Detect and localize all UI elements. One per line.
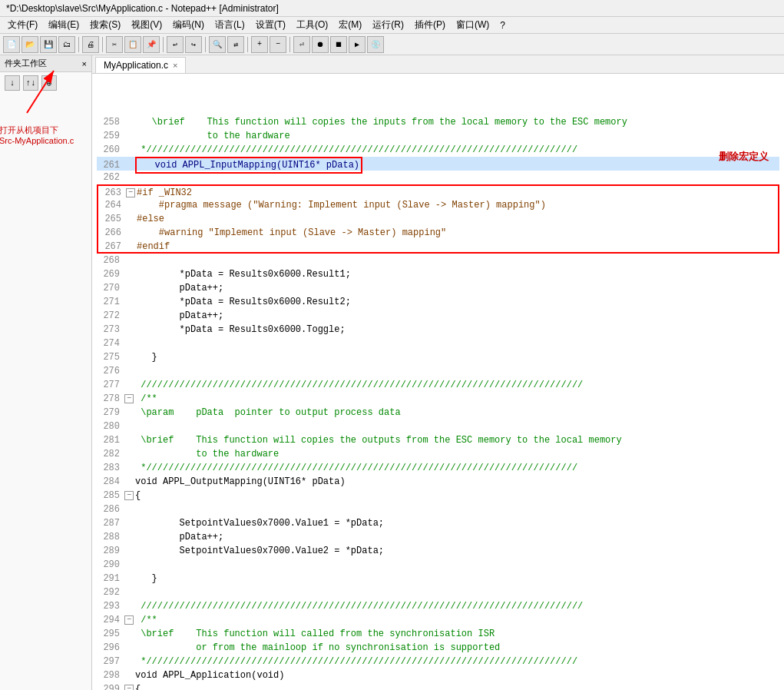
code-line-279: 279 \param pData pointer to output proce… [97, 406, 779, 420]
file-tab[interactable]: MyApplication.c × [95, 57, 186, 73]
line-number: 274 [97, 337, 124, 350]
menu-plugins[interactable]: 插件(P) [410, 17, 450, 33]
menu-view[interactable]: 视图(V) [127, 17, 167, 33]
code-text: void APPL_Application(void) [135, 670, 284, 681]
code-text: #pragma message ("Warning: Implement inp… [137, 200, 546, 211]
code-text: /** [135, 393, 157, 404]
code-text: { [135, 684, 141, 690]
menu-tools[interactable]: 工具(O) [292, 17, 332, 33]
menu-file[interactable]: 文件(F) [3, 17, 42, 33]
line-number: 273 [97, 323, 124, 337]
line-number: 269 [97, 267, 124, 281]
menu-run[interactable]: 运行(R) [368, 17, 409, 33]
title-bar: *D:\Desktop\slave\Src\MyApplication.c - … [0, 0, 784, 17]
code-line-292: 292 [97, 586, 779, 599]
code-line-295: 295 \brief This function will called fro… [97, 627, 779, 641]
find-button[interactable]: 🔍 [209, 36, 226, 53]
line-number: 259 [97, 129, 124, 143]
annotation-text: 打开从机项目下Src-MyApplication.c [0, 124, 77, 147]
save-all-button[interactable]: 🗂 [58, 36, 75, 53]
menu-encode[interactable]: 编码(N) [168, 17, 209, 33]
code-text: #endif [137, 241, 170, 252]
line-number: 278 [97, 392, 124, 406]
macro-play-button[interactable]: ▶ [349, 36, 366, 53]
wrap-button[interactable]: ⏎ [293, 36, 310, 53]
line-number: 297 [97, 655, 124, 668]
fold-marker[interactable]: − [124, 392, 135, 406]
fold-marker[interactable]: − [124, 613, 135, 627]
code-text: #if _WIN32 [137, 187, 192, 198]
code-text: #else [137, 214, 164, 224]
redo-button[interactable]: ↪ [185, 36, 202, 53]
macro-stop-button[interactable]: ⏹ [330, 36, 347, 53]
code-text: pData++; [135, 283, 223, 294]
code-line-273: 273 *pData = Results0x6000.Toggle; [97, 323, 779, 337]
code-text: #warning "Implement input (Slave -> Mast… [137, 227, 446, 238]
menu-edit[interactable]: 编辑(E) [44, 17, 84, 33]
line-number: 260 [97, 143, 124, 157]
undo-button[interactable]: ↩ [167, 36, 184, 53]
open-button[interactable]: 📂 [22, 36, 38, 53]
fold-marker[interactable]: − [124, 489, 135, 503]
line-number: 295 [97, 627, 124, 641]
fold-marker[interactable]: − [124, 682, 135, 690]
menu-macro[interactable]: 宏(M) [334, 17, 366, 33]
code-text: \brief This function will copies the inp… [135, 117, 627, 128]
macro-record-button[interactable]: ⏺ [312, 36, 329, 53]
code-text: \brief This function will copies the out… [135, 435, 622, 446]
print-button[interactable]: 🖨 [82, 36, 99, 53]
line-number: 293 [97, 599, 124, 613]
line-number: 270 [97, 281, 124, 295]
code-text: \brief This function will called from th… [135, 629, 495, 639]
code-line-259: 259 to the hardware [97, 129, 779, 143]
new-button[interactable]: 📄 [3, 36, 20, 53]
toolbar-sep-3 [163, 37, 164, 52]
menu-window[interactable]: 窗口(W) [452, 17, 494, 33]
code-text: pData++; [135, 532, 223, 542]
menu-bar: 文件(F) 编辑(E) 搜索(S) 视图(V) 编码(N) 语言(L) 设置(T… [0, 17, 784, 34]
sidebar-close-button[interactable]: × [82, 59, 87, 68]
menu-settings[interactable]: 设置(T) [251, 17, 290, 33]
code-area[interactable]: 258 \brief This function will copies the… [92, 74, 784, 690]
line-number: 285 [97, 489, 124, 503]
code-line-261: 261 void APPL_InputMapping(UINT16* pData… [97, 157, 779, 171]
line-number: 282 [97, 447, 124, 461]
zoom-out-button[interactable]: − [270, 36, 286, 53]
cut-button[interactable]: ✂ [106, 36, 123, 53]
menu-language[interactable]: 语言(L) [210, 17, 250, 33]
line-number: 286 [97, 503, 124, 516]
copy-button[interactable]: 📋 [124, 36, 141, 53]
tab-label: MyApplication.c [104, 60, 168, 71]
code-line-267: 267#endif [97, 240, 779, 254]
delete-annotation: 删除宏定义 [719, 150, 769, 164]
macro-save-button[interactable]: 💿 [367, 36, 384, 53]
line-number: 276 [97, 364, 124, 378]
code-line-297: 297 *///////////////////////////////////… [97, 655, 779, 668]
menu-search[interactable]: 搜索(S) [85, 17, 125, 33]
replace-button[interactable]: ⇄ [227, 36, 244, 53]
code-line-270: 270 pData++; [97, 281, 779, 295]
code-text: \param pData pointer to output process d… [135, 407, 401, 418]
annotation-arrow-svg [4, 63, 65, 117]
line-number: 280 [97, 420, 124, 433]
zoom-in-button[interactable]: + [251, 36, 268, 53]
line-number: 298 [97, 668, 124, 682]
toolbar-sep-2 [102, 37, 103, 52]
menu-help[interactable]: ? [495, 18, 510, 32]
code-line-258: 258 \brief This function will copies the… [97, 115, 779, 129]
tab-bar: MyApplication.c × [92, 55, 784, 74]
code-text: void APPL_InputMapping(UINT16* pData) [135, 160, 362, 171]
main-area: 件夹工作区 × ↓ ↑↓ ⊕ 打开从机项目下Src-MyApplication.… [0, 55, 784, 690]
code-line-275: 275 } [97, 350, 779, 364]
code-text: to the hardware [135, 131, 290, 141]
code-text: ////////////////////////////////////////… [135, 601, 583, 612]
save-button[interactable]: 💾 [40, 36, 57, 53]
code-text: void APPL_OutputMapping(UINT16* pData) [135, 476, 346, 487]
code-text: *pData = Results0x6000.Result1; [135, 269, 351, 280]
code-text: SetpointValues0x7000.Value1 = *pData; [135, 518, 384, 529]
line-number: 258 [97, 115, 124, 129]
line-number: 275 [97, 350, 124, 364]
tab-close-button[interactable]: × [173, 61, 177, 70]
paste-button[interactable]: 📌 [143, 36, 160, 53]
code-line-282: 282 to the hardware [97, 447, 779, 461]
